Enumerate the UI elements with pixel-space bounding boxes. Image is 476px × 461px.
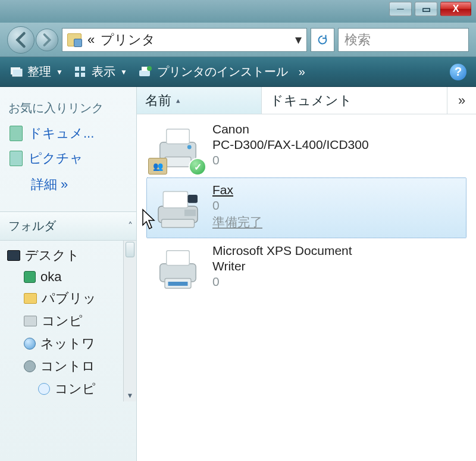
column-headers: 名前 ▴ ドキュメント » [137, 87, 476, 114]
svg-rect-7 [142, 67, 148, 71]
clock-icon [38, 383, 50, 395]
svg-rect-4 [75, 73, 79, 77]
printer-info: Microsoft XPS Document Writer 0 [212, 242, 352, 289]
shared-badge-icon: 👥 [148, 158, 167, 175]
network-icon [24, 338, 36, 350]
printer-queue-count: 0 [212, 198, 262, 213]
svg-rect-21 [168, 282, 188, 286]
tree-user-oka[interactable]: oka [5, 267, 136, 287]
default-check-icon: ✓ [189, 158, 206, 176]
breadcrumb[interactable]: « プリンタ ▾ [62, 28, 307, 52]
tree-label: コンピ [42, 312, 83, 330]
install-printer-button[interactable]: プリンタのインストール [138, 64, 288, 80]
printer-icon [152, 242, 204, 295]
user-folder-icon [24, 271, 36, 283]
scrollbar-thumb[interactable] [126, 242, 134, 257]
search-placeholder: 検索 [345, 31, 371, 49]
folder-icon [24, 293, 37, 304]
search-input[interactable]: 検索 [338, 28, 469, 52]
folders-header[interactable]: フォルダ ˄ [0, 211, 136, 241]
tree-label: コンピ [55, 380, 96, 398]
printer-name: Microsoft XPS Document [212, 244, 352, 258]
chevron-down-icon: ▼ [120, 68, 127, 76]
desktop-icon [7, 250, 20, 261]
svg-rect-19 [167, 251, 190, 266]
tree-control-panel[interactable]: コントロ [5, 355, 136, 378]
organize-label: 整理 [27, 64, 51, 80]
toolbar-overflow[interactable]: » [299, 65, 305, 79]
svg-rect-11 [165, 157, 191, 167]
svg-rect-3 [81, 67, 85, 71]
printer-queue-count: 0 [212, 275, 352, 289]
favorite-documents[interactable]: ドキュメ... [0, 121, 136, 146]
column-name[interactable]: 名前 ▴ [137, 87, 262, 114]
documents-icon [10, 126, 23, 141]
svg-rect-14 [163, 192, 187, 208]
printer-info: Canon PC-D300/FAX-L400/ICD300 0 [212, 121, 369, 167]
pictures-icon [10, 151, 23, 166]
organize-menu[interactable]: 整理 ▼ [10, 64, 63, 80]
breadcrumb-prefix: « [87, 32, 95, 48]
chevron-down-icon: ▼ [56, 68, 63, 76]
favorite-pictures[interactable]: ピクチャ [0, 146, 136, 171]
tree-computer[interactable]: コンピ [5, 310, 136, 332]
columns-overflow[interactable]: » [447, 93, 476, 108]
svg-point-12 [187, 145, 192, 149]
tree-label: ネットワ [40, 335, 95, 353]
printer-item-xps[interactable]: Microsoft XPS Document Writer 0 [146, 238, 466, 299]
tree-sub-1[interactable]: コンピ [5, 378, 136, 400]
tree-network[interactable]: ネットワ [5, 332, 136, 355]
scroll-down-icon[interactable]: ▼ [124, 390, 136, 401]
folders-label: フォルダ [8, 218, 56, 234]
tree-public[interactable]: パブリッ [5, 287, 136, 310]
column-document-label: ドキュメント [270, 92, 352, 110]
maximize-button[interactable]: ▭ [415, 2, 437, 16]
printer-model: PC-D300/FAX-L400/ICD300 [212, 138, 369, 152]
folder-tree: デスクト oka パブリッ コンピ ネットワ コントロ [0, 241, 136, 401]
printer-item-fax[interactable]: Fax 0 準備完了 [146, 177, 466, 238]
forward-button[interactable] [36, 29, 58, 51]
refresh-button[interactable] [311, 28, 334, 52]
printer-add-icon [138, 66, 152, 79]
tree-sub-2[interactable]: シフニ [5, 400, 136, 401]
back-button[interactable] [7, 26, 35, 54]
svg-rect-17 [184, 210, 196, 216]
folder-icon [67, 33, 82, 46]
breadcrumb-location: プリンタ [101, 31, 155, 49]
sort-asc-icon: ▴ [176, 96, 180, 105]
svg-rect-5 [81, 73, 85, 77]
minimize-button[interactable]: ─ [389, 2, 412, 16]
body: お気に入りリンク ドキュメ... ピクチャ 詳細 » フォルダ ˄ デスクト o… [0, 87, 476, 461]
control-panel-icon [24, 360, 36, 372]
printer-item-canon[interactable]: 👥 ✓ Canon PC-D300/FAX-L400/ICD300 0 [146, 117, 466, 177]
favorites-more[interactable]: 詳細 » [0, 171, 136, 198]
chevron-up-icon: ˄ [128, 220, 133, 232]
tree-label: パブリッ [42, 289, 96, 307]
column-document[interactable]: ドキュメント [262, 87, 447, 114]
install-printer-label: プリンタのインストール [157, 64, 288, 80]
address-bar: « プリンタ ▾ 検索 [0, 23, 476, 57]
help-button[interactable]: ? [450, 64, 466, 80]
close-button[interactable]: X [440, 2, 471, 16]
organize-icon [10, 66, 23, 79]
svg-rect-16 [162, 219, 195, 228]
view-menu[interactable]: 表示 ▼ [74, 64, 127, 80]
favorites-header: お気に入りリンク [0, 87, 136, 121]
printer-queue-count: 0 [212, 153, 369, 167]
printer-status: 準備完了 [212, 214, 262, 230]
column-name-label: 名前 [145, 92, 171, 110]
tree-scrollbar[interactable]: ▲ ▼ [123, 241, 136, 401]
printer-info: Fax 0 準備完了 [212, 182, 262, 230]
tree-label: コントロ [40, 357, 95, 375]
breadcrumb-dropdown-icon[interactable]: ▾ [295, 32, 302, 48]
computer-icon [24, 316, 37, 326]
tree-desktop[interactable]: デスクト [5, 244, 136, 267]
printer-name-line2: Writer [212, 259, 352, 273]
favorite-label: ドキュメ... [29, 124, 94, 142]
tree-label: oka [40, 269, 61, 285]
fax-icon [152, 182, 204, 234]
svg-rect-1 [12, 69, 22, 76]
printer-icon: 👥 ✓ [152, 121, 204, 173]
favorite-label: ピクチャ [29, 149, 83, 167]
printer-list: 👥 ✓ Canon PC-D300/FAX-L400/ICD300 0 [137, 114, 476, 461]
